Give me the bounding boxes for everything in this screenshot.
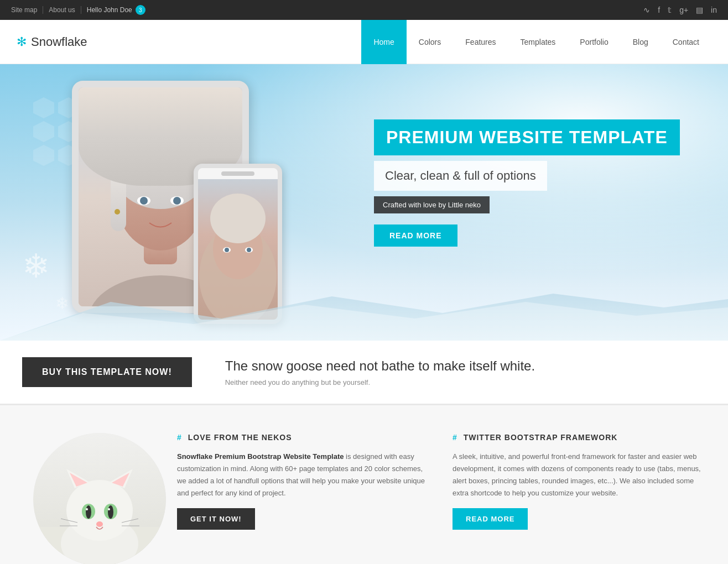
cat-illustration	[33, 433, 166, 564]
nav-blog[interactable]: Blog	[621, 20, 661, 64]
svg-point-35	[86, 508, 88, 510]
topbar-right: ∿ f 𝕥 g+ ▤ in	[643, 6, 717, 14]
cat-circle	[33, 433, 166, 564]
feature-col-1: # LOVE FROM THE NEKOS Snowflake Premium …	[177, 433, 430, 564]
googleplus-icon[interactable]: g+	[679, 6, 688, 14]
feature-title-2: TWITTER BOOTSTRAP FRAMEWORK	[464, 433, 618, 442]
hash-icon-1: #	[177, 433, 182, 442]
buy-button[interactable]: BUY THIS TEMPLATE NOW!	[22, 357, 192, 387]
hero-section: ❄ ❄	[0, 64, 728, 341]
topbar-left: Site map About us Hello John Doe 3	[11, 5, 151, 15]
hero-title: PREMIUM WEBSITE TEMPLATE	[374, 119, 680, 155]
snowflake-icon: ✻	[17, 35, 27, 49]
svg-point-15	[210, 194, 266, 243]
nav-features[interactable]: Features	[453, 20, 508, 64]
facebook-icon[interactable]: f	[658, 6, 660, 14]
logo[interactable]: ✻ Snowflake	[17, 35, 87, 49]
linkedin-icon[interactable]: in	[711, 6, 717, 14]
cta-heading: The snow goose need not bathe to make it…	[225, 358, 535, 374]
nav-contact[interactable]: Contact	[661, 20, 711, 64]
cat-image-container	[22, 433, 177, 564]
phone-notch	[221, 171, 254, 176]
instagram-icon[interactable]: ▤	[696, 6, 703, 14]
notification-badge: 3	[136, 5, 145, 15]
nav-portfolio[interactable]: Portfolio	[568, 20, 620, 64]
cta-text: The snow goose need not bathe to make it…	[225, 358, 535, 387]
svg-point-33	[86, 505, 91, 519]
feature-bold-1: Snowflake Premium Bootstrap Website Temp…	[177, 452, 344, 461]
snowflake-decoration-large: ❄	[22, 247, 50, 285]
features-section: # LOVE FROM THE NEKOS Snowflake Premium …	[0, 405, 728, 564]
feature-heading-1: # LOVE FROM THE NEKOS	[177, 433, 430, 442]
svg-point-8	[140, 197, 148, 205]
svg-point-36	[108, 508, 110, 510]
feature-col-2: # TWITTER BOOTSTRAP FRAMEWORK A sleek, i…	[453, 433, 706, 564]
mountains-decoration	[0, 285, 728, 341]
feature-text-1: Snowflake Premium Bootstrap Website Temp…	[177, 451, 430, 499]
user-greeting: Hello John Doe 3	[81, 5, 151, 15]
rss-icon[interactable]: ∿	[643, 6, 650, 14]
cta-section: BUY THIS TEMPLATE NOW! The snow goose ne…	[0, 341, 728, 405]
hash-icon-2: #	[453, 433, 457, 442]
nav-templates[interactable]: Templates	[508, 20, 568, 64]
nav-colors[interactable]: Colors	[407, 20, 453, 64]
svg-point-34	[108, 505, 113, 519]
nav-links: Home Colors Features Templates Portfolio…	[361, 20, 711, 64]
svg-point-19	[247, 248, 251, 252]
hero-credit: Crafted with love by Little neko	[374, 196, 490, 213]
hero-subtitle: Clear, clean & full of options	[374, 161, 547, 191]
features-columns: # LOVE FROM THE NEKOS Snowflake Premium …	[177, 433, 706, 564]
svg-point-26	[66, 480, 133, 541]
feature-title-1: LOVE FROM THE NEKOS	[188, 433, 292, 442]
cta-subtext: Neither need you do anything but be your…	[225, 378, 535, 387]
feature-text-2: A sleek, intuitive, and powerful front-e…	[453, 451, 706, 499]
about-link[interactable]: About us	[43, 6, 81, 14]
read-more-button[interactable]: READ MORE	[453, 508, 528, 530]
topbar: Site map About us Hello John Doe 3 ∿ f 𝕥…	[0, 0, 728, 20]
svg-point-10	[173, 197, 181, 205]
feature-heading-2: # TWITTER BOOTSTRAP FRAMEWORK	[453, 433, 706, 442]
nav-home[interactable]: Home	[361, 20, 406, 64]
hero-cta-button[interactable]: READ MORE	[374, 224, 457, 247]
greeting-text: Hello John Doe	[87, 6, 132, 14]
hero-content: PREMIUM WEBSITE TEMPLATE Clear, clean & …	[374, 119, 684, 247]
svg-point-17	[225, 248, 229, 252]
svg-point-37	[96, 521, 103, 527]
main-nav: ✻ Snowflake Home Colors Features Templat…	[0, 20, 728, 64]
svg-point-11	[115, 209, 120, 215]
twitter-icon[interactable]: 𝕥	[668, 6, 672, 14]
sitemap-link[interactable]: Site map	[11, 6, 43, 14]
get-it-now-button[interactable]: GET IT NOW!	[177, 508, 255, 530]
logo-text: Snowflake	[31, 35, 87, 49]
